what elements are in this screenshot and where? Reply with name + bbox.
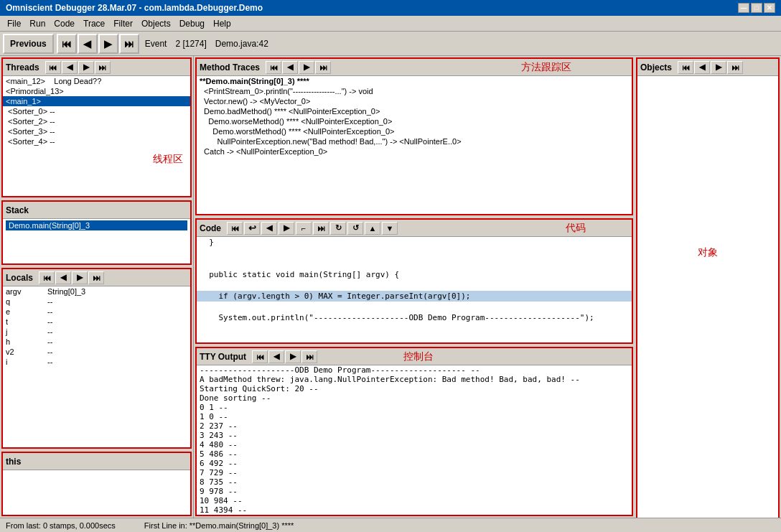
thread-item-selected[interactable]: <main_1> (3, 96, 190, 106)
locals-last-btn[interactable]: ⏭ (88, 271, 104, 284)
trace-item[interactable]: Demo.worseMethod() **** <NullPointerExce… (197, 116, 632, 126)
status-left: From last: 0 stamps, 0.000secs (6, 521, 116, 530)
code-line: } (197, 237, 632, 248)
menu-run[interactable]: Run (25, 17, 50, 30)
trace-item[interactable]: Catch -> <NullPointerException_0> (197, 146, 632, 157)
thread-item[interactable]: <Sorter_2> -- (3, 116, 190, 126)
tty-line: 8 735 -- (197, 477, 632, 487)
traces-first-btn[interactable]: ⏮ (266, 61, 281, 74)
objects-first-btn[interactable]: ⏮ (678, 61, 693, 74)
method-traces-section: Method Traces ⏮ ◀ ▶ ⏭ 方法跟踪区 **Demo.main(… (195, 57, 633, 215)
thread-item[interactable]: <Primordial_13> (3, 86, 190, 96)
code-play-btn[interactable]: ▶ (279, 222, 294, 235)
code-line-highlighted: if (argv.length > 0) MAX = Integer.parse… (197, 291, 632, 302)
locals-first-btn[interactable]: ⏮ (39, 271, 55, 284)
tty-line: 7 729 -- (197, 468, 632, 477)
tty-header: TTY Output ⏮ ◀ ▶ ⏭ 控制台 (197, 348, 632, 365)
menu-debug[interactable]: Debug (175, 17, 209, 30)
code-step-into-btn[interactable]: ↩ (244, 222, 260, 235)
locals-prev-btn[interactable]: ◀ (55, 271, 71, 284)
code-reset-btn[interactable]: ↺ (347, 222, 363, 235)
trace-item[interactable]: Demo.worstMethod() **** <NullPointerExce… (197, 126, 632, 136)
threads-annotation-label: 线程区 (153, 153, 183, 166)
thread-item[interactable]: <Sorter_0> -- (3, 106, 190, 116)
tty-last-btn[interactable]: ⏭ (301, 350, 317, 363)
trace-item[interactable]: **Demo.main(String[0]_3) **** (197, 76, 632, 86)
menu-trace[interactable]: Trace (79, 17, 109, 30)
threads-last-btn[interactable]: ⏭ (95, 61, 111, 74)
previous-button[interactable]: Previous (3, 34, 54, 54)
threads-prev-btn[interactable]: ◀ (62, 61, 78, 74)
tty-line: 9 978 -- (197, 487, 632, 496)
event-value: 2 [1274] (172, 39, 209, 49)
toolbar-first-button[interactable]: ⏮ (57, 34, 77, 54)
traces-prev-btn[interactable]: ◀ (282, 61, 298, 74)
maximize-button[interactable]: □ (751, 3, 762, 13)
toolbar-play-button[interactable]: ▶ (98, 34, 118, 54)
trace-item[interactable]: <PrintStream_0>.println("---------------… (197, 86, 632, 96)
tty-first-btn[interactable]: ⏮ (252, 350, 268, 363)
thread-item[interactable]: <Sorter_4> -- (3, 136, 190, 146)
minimize-button[interactable]: — (738, 3, 749, 13)
menu-objects[interactable]: Objects (137, 17, 175, 30)
thread-item[interactable]: <main_12> Long Dead?? (3, 76, 190, 86)
objects-panel: Objects ⏮ ◀ ▶ ⏭ 对象 (636, 57, 780, 518)
menu-filter[interactable]: Filter (109, 17, 137, 30)
tty-line: 5 486 -- (197, 449, 632, 459)
close-button[interactable]: ✕ (764, 3, 775, 13)
objects-annotation-label: 对象 (698, 246, 718, 259)
trace-item[interactable]: Vector.new() -> <MyVector_0> (197, 96, 632, 106)
threads-nav: ⏮ ◀ ▶ ⏭ (45, 61, 111, 74)
tty-line: 10 984 -- (197, 496, 632, 505)
local-item: v2-- (3, 347, 190, 357)
local-item: q-- (3, 297, 190, 307)
tty-section: TTY Output ⏮ ◀ ▶ ⏭ 控制台 -----------------… (195, 347, 633, 516)
stack-item[interactable]: Demo.main(String[0]_3 (6, 220, 187, 230)
locals-play-btn[interactable]: ▶ (72, 271, 88, 284)
this-title: this (6, 457, 21, 467)
code-line (197, 258, 632, 269)
code-annotation-label: 代码 (566, 222, 586, 235)
objects-play-btn[interactable]: ▶ (711, 61, 726, 74)
code-refresh-btn[interactable]: ↻ (330, 222, 346, 235)
trace-item[interactable]: Demo.badMethod() **** <NullPointerExcept… (197, 106, 632, 116)
objects-last-btn[interactable]: ⏭ (727, 61, 743, 74)
traces-title: Method Traces (200, 62, 260, 73)
objects-prev-btn[interactable]: ◀ (694, 61, 710, 74)
tty-line: 6 492 -- (197, 459, 632, 468)
traces-list: **Demo.main(String[0]_3) **** <PrintStre… (197, 76, 632, 214)
code-prev-btn[interactable]: ◀ (261, 222, 277, 235)
tty-play-btn[interactable]: ▶ (285, 350, 301, 363)
thread-item[interactable]: <Sorter_3> -- (3, 126, 190, 136)
local-item: t-- (3, 317, 190, 327)
code-first-btn[interactable]: ⏮ (227, 222, 243, 235)
threads-header: Threads ⏮ ◀ ▶ ⏭ (3, 59, 190, 76)
tty-prev-btn[interactable]: ◀ (268, 350, 284, 363)
toolbar-prev-button[interactable]: ◀ (78, 34, 98, 54)
code-step-out-btn[interactable]: ⌐ (296, 222, 312, 235)
menu-file[interactable]: File (3, 17, 25, 30)
locals-nav: ⏮ ◀ ▶ ⏭ (39, 271, 104, 284)
code-last-btn[interactable]: ⏭ (313, 222, 329, 235)
threads-first-btn[interactable]: ⏮ (45, 61, 61, 74)
local-item: e-- (3, 307, 190, 317)
tty-line: 0 1 -- (197, 403, 632, 412)
code-up-btn[interactable]: ▲ (365, 222, 380, 235)
status-right: First Line in: **Demo.main(String[0]_3) … (144, 521, 294, 530)
tty-line: 1 0 -- (197, 412, 632, 421)
code-down-btn[interactable]: ▼ (382, 222, 398, 235)
threads-play-btn[interactable]: ▶ (78, 61, 94, 74)
title-bar: Omniscient Debugger 28.Mar.07 - com.lamb… (0, 0, 781, 16)
trace-item[interactable]: NullPointerException.new("Bad method! Ba… (197, 136, 632, 146)
tty-annotation-label: 控制台 (403, 350, 434, 363)
menu-help[interactable]: Help (209, 17, 235, 30)
menu-code[interactable]: Code (50, 17, 79, 30)
objects-content: 对象 (637, 76, 778, 518)
traces-play-btn[interactable]: ▶ (299, 61, 314, 74)
stack-header: Stack (3, 202, 190, 219)
traces-last-btn[interactable]: ⏭ (315, 61, 331, 74)
main-container: Threads ⏮ ◀ ▶ ⏭ <main_12> Long Dead?? <P… (0, 56, 781, 518)
toolbar-last-button[interactable]: ⏭ (119, 34, 139, 54)
code-line: System.out.println("--------------------… (197, 312, 632, 323)
tty-line: A badMethod threw: java.lang.NullPointer… (197, 375, 632, 384)
